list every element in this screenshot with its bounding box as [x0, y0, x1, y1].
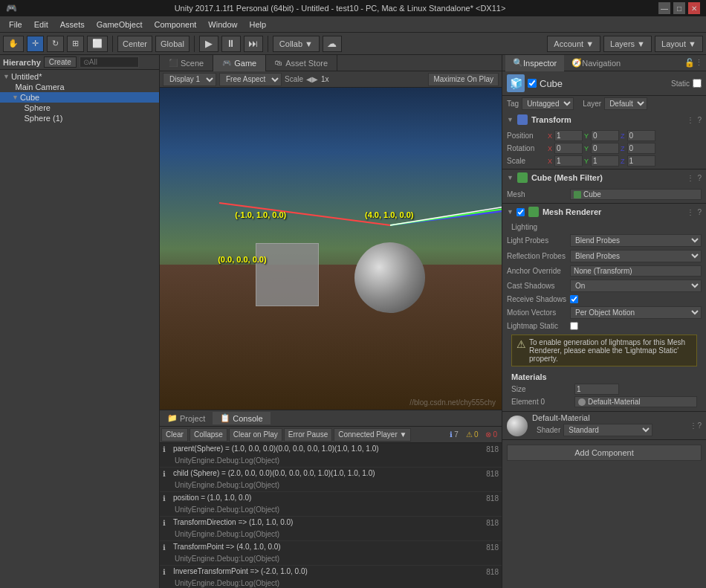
log-subrow-2[interactable]: UnityEngine.Debug:Log(Object): [160, 504, 502, 516]
log-row-1[interactable]: ℹ child (Sphere) = (2.0, 0.0, 0.0)(0.0, …: [160, 468, 502, 479]
tab-game[interactable]: 🎮 Game: [213, 55, 266, 71]
log-subrow-4[interactable]: UnityEngine.Debug:Log(Object): [160, 553, 502, 565]
tab-scene[interactable]: ⬛ Scene: [160, 55, 213, 71]
menu-gameobject[interactable]: GameObject: [91, 19, 149, 30]
hierarchy-item-sphere1[interactable]: Sphere (1): [0, 113, 159, 123]
menu-file[interactable]: File: [3, 19, 28, 30]
tag-select[interactable]: Untagged: [522, 97, 574, 110]
log-item-3[interactable]: ℹ TransformDirection => (1.0, 1.0, 0.0) …: [160, 517, 502, 541]
lightmap-static-checkbox[interactable]: [570, 322, 578, 330]
error-pause-button[interactable]: Error Pause: [284, 428, 332, 442]
cast-shadows-select[interactable]: On: [570, 280, 702, 292]
layers-dropdown[interactable]: Layers ▼: [603, 36, 652, 52]
menu-assets[interactable]: Assets: [54, 19, 91, 30]
menu-component[interactable]: Component: [148, 19, 202, 30]
log-row-2[interactable]: ℹ position = (1.0, 1.0, 0.0) 818: [160, 492, 502, 504]
material-menu-button[interactable]: ⋮: [690, 421, 697, 430]
play-button[interactable]: ▶: [199, 36, 218, 52]
menu-window[interactable]: Window: [202, 19, 243, 30]
rot-x-input[interactable]: [554, 143, 583, 154]
element0-ref[interactable]: Default-Material: [574, 396, 697, 407]
motion-vectors-select[interactable]: Per Object Motion: [570, 306, 702, 319]
meshrenderer-enabled-checkbox[interactable]: [516, 208, 525, 216]
clear-on-play-button[interactable]: Clear on Play: [229, 428, 282, 442]
transform-help-button[interactable]: ?: [697, 116, 702, 124]
static-checkbox[interactable]: [693, 79, 702, 88]
hand-tool-button[interactable]: ✋: [3, 36, 24, 52]
center-toggle-button[interactable]: Center: [117, 36, 152, 52]
account-dropdown[interactable]: Account ▼: [547, 36, 600, 52]
material-help-button[interactable]: ?: [697, 421, 702, 430]
scale-x-input[interactable]: [554, 155, 583, 167]
pos-z-input[interactable]: [627, 130, 655, 141]
log-item-1[interactable]: ℹ child (Sphere) = (2.0, 0.0, 0.0)(0.0, …: [160, 468, 502, 492]
global-toggle-button[interactable]: Global: [155, 36, 190, 52]
collab-button[interactable]: Collab ▼: [273, 36, 320, 52]
meshfilter-header[interactable]: ▼ Cube (Mesh Filter) ⋮ ?: [502, 169, 706, 186]
scale-y-input[interactable]: [591, 155, 619, 167]
inspector-settings-button[interactable]: ⋮: [695, 58, 703, 68]
menu-edit[interactable]: Edit: [28, 19, 54, 30]
reflection-probes-select[interactable]: Blend Probes: [570, 250, 702, 262]
rot-y-input[interactable]: [591, 143, 619, 154]
layout-dropdown[interactable]: Layout ▼: [655, 36, 703, 52]
collapse-button[interactable]: Collapse: [190, 428, 227, 442]
hierarchy-search-input[interactable]: [80, 56, 139, 68]
display-select[interactable]: Display 1: [163, 73, 216, 86]
cloud-button[interactable]: ☁: [323, 36, 342, 52]
log-subrow-1[interactable]: UnityEngine.Debug:Log(Object): [160, 479, 502, 491]
pos-x-input[interactable]: [554, 130, 583, 141]
tab-navigation[interactable]: 🧭 Navigation: [564, 55, 628, 71]
move-tool-button[interactable]: ✛: [27, 36, 44, 52]
materials-size-input[interactable]: [574, 384, 619, 395]
log-item-4[interactable]: ℹ TransformPoint => (4.0, 1.0, 0.0) 818 …: [160, 541, 502, 566]
object-active-checkbox[interactable]: [528, 79, 537, 88]
aspect-select[interactable]: Free Aspect: [219, 73, 282, 86]
pause-button[interactable]: ⏸: [221, 36, 241, 52]
rot-z-input[interactable]: [627, 143, 655, 154]
transform-header[interactable]: ▼ Transform ⋮ ?: [502, 112, 706, 128]
receive-shadows-checkbox[interactable]: [570, 295, 578, 303]
tab-assetstore[interactable]: 🛍 Asset Store: [266, 55, 337, 71]
minimize-button[interactable]: —: [658, 2, 670, 14]
scale-tool-button[interactable]: ⊞: [67, 36, 84, 52]
connected-player-button[interactable]: Connected Player ▼: [334, 428, 411, 442]
hierarchy-item-cube[interactable]: ▼ Cube: [0, 92, 159, 103]
menu-help[interactable]: Help: [243, 19, 272, 30]
step-button[interactable]: ⏭: [244, 36, 263, 52]
close-button[interactable]: ✕: [688, 2, 700, 14]
log-subrow-3[interactable]: UnityEngine.Debug:Log(Object): [160, 529, 502, 540]
log-row-4[interactable]: ℹ TransformPoint => (4.0, 1.0, 0.0) 818: [160, 541, 502, 553]
rotate-tool-button[interactable]: ↻: [47, 36, 64, 52]
layer-select[interactable]: Default: [604, 97, 647, 110]
log-row-3[interactable]: ℹ TransformDirection => (1.0, 1.0, 0.0) …: [160, 517, 502, 529]
maximize-button[interactable]: □: [673, 2, 685, 14]
meshfilter-help-button[interactable]: ?: [697, 174, 702, 182]
hierarchy-item-maincamera[interactable]: Main Camera: [0, 82, 159, 92]
log-row-0[interactable]: ℹ parent(Sphere) = (1.0, 0.0, 0.0)(0.0, …: [160, 443, 502, 455]
anchor-override-ref[interactable]: None (Transform): [570, 265, 702, 277]
hierarchy-item-sphere[interactable]: Sphere: [0, 103, 159, 113]
clear-button[interactable]: Clear: [161, 428, 188, 442]
tab-project[interactable]: 📁 Project: [160, 412, 213, 424]
meshrenderer-menu-button[interactable]: ⋮: [687, 208, 694, 216]
log-item-2[interactable]: ℹ position = (1.0, 1.0, 0.0) 818 UnityEn…: [160, 492, 502, 517]
log-item-0[interactable]: ℹ parent(Sphere) = (1.0, 0.0, 0.0)(0.0, …: [160, 443, 502, 468]
pos-y-input[interactable]: [591, 130, 619, 141]
add-component-button[interactable]: Add Component: [507, 445, 702, 461]
log-subrow-0[interactable]: UnityEngine.Debug:Log(Object): [160, 455, 502, 467]
inspector-lock-button[interactable]: 🔓: [684, 58, 695, 68]
log-item-5[interactable]: ℹ InverseTransformPoint => (-2.0, 1.0, 0…: [160, 566, 502, 588]
maximize-on-play-button[interactable]: Maximize On Play: [428, 73, 499, 86]
hierarchy-item-untitled[interactable]: ▼ Untitled*: [0, 71, 159, 82]
log-subrow-5[interactable]: UnityEngine.Debug:Log(Object): [160, 578, 502, 588]
hierarchy-create-button[interactable]: Create: [44, 56, 77, 68]
mesh-value-ref[interactable]: Cube: [570, 189, 702, 200]
tab-inspector[interactable]: 🔍 Inspector: [505, 55, 564, 71]
rect-tool-button[interactable]: ⬜: [87, 36, 108, 52]
transform-menu-button[interactable]: ⋮: [687, 116, 694, 124]
shader-select[interactable]: Standard: [563, 424, 652, 436]
meshrenderer-header[interactable]: ▼ Mesh Renderer ⋮ ?: [502, 204, 706, 220]
meshfilter-menu-button[interactable]: ⋮: [687, 174, 694, 182]
log-row-5[interactable]: ℹ InverseTransformPoint => (-2.0, 1.0, 0…: [160, 566, 502, 578]
